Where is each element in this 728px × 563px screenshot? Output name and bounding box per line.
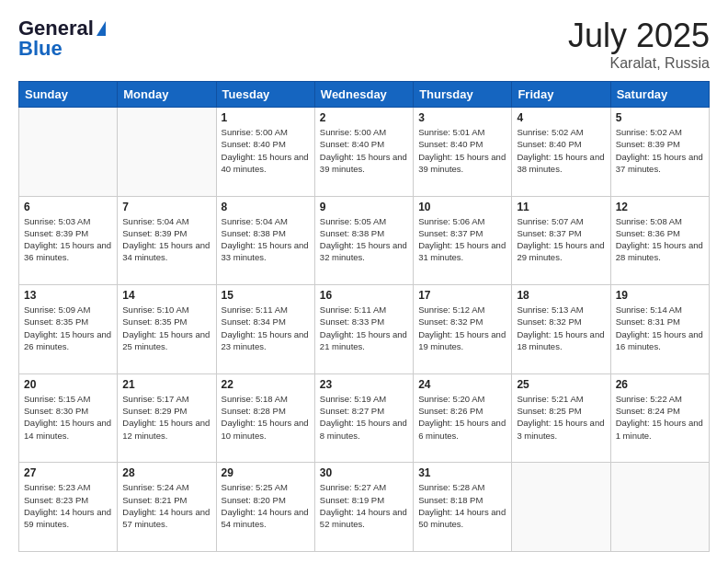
day-number: 7 — [122, 201, 210, 213]
day-number: 6 — [24, 201, 112, 213]
day-info: Sunrise: 5:00 AMSunset: 8:40 PMDaylight:… — [222, 126, 310, 175]
calendar-week-2: 13Sunrise: 5:09 AMSunset: 8:35 PMDayligh… — [19, 285, 710, 374]
day-info: Sunrise: 5:11 AMSunset: 8:34 PMDaylight:… — [222, 304, 310, 352]
day-number: 25 — [517, 378, 605, 391]
day-info: Sunrise: 5:05 AMSunset: 8:38 PMDaylight:… — [320, 215, 408, 264]
day-number: 19 — [616, 289, 704, 302]
day-number: 10 — [418, 201, 506, 213]
calendar-cell: 28Sunrise: 5:24 AMSunset: 8:21 PMDayligh… — [118, 463, 216, 552]
day-info: Sunrise: 5:04 AMSunset: 8:38 PMDaylight:… — [222, 215, 310, 264]
day-header-saturday: Saturday — [610, 82, 709, 108]
logo-blue: Blue — [18, 37, 63, 61]
day-info: Sunrise: 5:04 AMSunset: 8:39 PMDaylight:… — [122, 215, 210, 264]
calendar-week-4: 27Sunrise: 5:23 AMSunset: 8:23 PMDayligh… — [19, 463, 710, 552]
calendar-week-0: 1Sunrise: 5:00 AMSunset: 8:40 PMDaylight… — [19, 108, 710, 197]
calendar-cell: 19Sunrise: 5:14 AMSunset: 8:31 PMDayligh… — [610, 285, 709, 374]
calendar-cell: 16Sunrise: 5:11 AMSunset: 8:33 PMDayligh… — [314, 285, 413, 374]
day-number: 8 — [222, 201, 310, 213]
title-area: July 2025 Karalat, Russia — [568, 17, 710, 72]
day-info: Sunrise: 5:22 AMSunset: 8:24 PMDaylight:… — [616, 393, 704, 442]
day-info: Sunrise: 5:19 AMSunset: 8:27 PMDaylight:… — [320, 393, 408, 442]
day-info: Sunrise: 5:06 AMSunset: 8:37 PMDaylight:… — [418, 215, 506, 264]
day-info: Sunrise: 5:21 AMSunset: 8:25 PMDaylight:… — [517, 393, 605, 442]
calendar-week-1: 6Sunrise: 5:03 AMSunset: 8:39 PMDaylight… — [19, 196, 710, 285]
day-number: 23 — [320, 378, 408, 391]
day-number: 13 — [24, 289, 112, 302]
logo-triangle — [97, 21, 106, 36]
day-info: Sunrise: 5:08 AMSunset: 8:36 PMDaylight:… — [616, 215, 704, 264]
calendar-week-3: 20Sunrise: 5:15 AMSunset: 8:30 PMDayligh… — [19, 373, 710, 463]
calendar-cell: 15Sunrise: 5:11 AMSunset: 8:34 PMDayligh… — [216, 285, 314, 374]
calendar-cell: 13Sunrise: 5:09 AMSunset: 8:35 PMDayligh… — [19, 285, 118, 374]
day-number: 24 — [418, 378, 506, 391]
calendar-cell — [610, 463, 709, 552]
day-number: 2 — [320, 111, 408, 124]
day-number: 31 — [418, 466, 506, 479]
day-number: 29 — [222, 466, 310, 479]
calendar-cell: 26Sunrise: 5:22 AMSunset: 8:24 PMDayligh… — [610, 373, 709, 463]
day-number: 18 — [517, 289, 605, 302]
day-number: 27 — [24, 466, 112, 479]
day-info: Sunrise: 5:17 AMSunset: 8:29 PMDaylight:… — [122, 393, 210, 442]
day-number: 22 — [222, 378, 310, 391]
day-number: 1 — [222, 111, 310, 124]
day-info: Sunrise: 5:20 AMSunset: 8:26 PMDaylight:… — [418, 393, 506, 442]
calendar-cell: 17Sunrise: 5:12 AMSunset: 8:32 PMDayligh… — [414, 285, 512, 374]
calendar-cell: 29Sunrise: 5:25 AMSunset: 8:20 PMDayligh… — [216, 463, 314, 552]
calendar-cell: 3Sunrise: 5:01 AMSunset: 8:40 PMDaylight… — [414, 108, 512, 197]
day-header-thursday: Thursday — [414, 82, 512, 108]
month-title: July 2025 — [568, 17, 710, 55]
calendar-cell: 7Sunrise: 5:04 AMSunset: 8:39 PMDaylight… — [118, 196, 216, 285]
day-number: 12 — [616, 201, 704, 213]
day-info: Sunrise: 5:09 AMSunset: 8:35 PMDaylight:… — [24, 304, 112, 352]
day-number: 5 — [616, 111, 704, 124]
day-number: 9 — [320, 201, 408, 213]
day-info: Sunrise: 5:11 AMSunset: 8:33 PMDaylight:… — [320, 304, 408, 352]
calendar-cell: 24Sunrise: 5:20 AMSunset: 8:26 PMDayligh… — [414, 373, 512, 463]
calendar-cell: 5Sunrise: 5:02 AMSunset: 8:39 PMDaylight… — [610, 108, 709, 197]
calendar-cell: 6Sunrise: 5:03 AMSunset: 8:39 PMDaylight… — [19, 196, 118, 285]
day-info: Sunrise: 5:02 AMSunset: 8:39 PMDaylight:… — [616, 126, 704, 175]
day-number: 4 — [517, 111, 605, 124]
header: General Blue July 2025 Karalat, Russia — [18, 17, 710, 72]
logo: General Blue — [18, 17, 106, 61]
day-info: Sunrise: 5:23 AMSunset: 8:23 PMDaylight:… — [24, 481, 112, 530]
day-number: 28 — [122, 466, 210, 479]
calendar-header-row: SundayMondayTuesdayWednesdayThursdayFrid… — [19, 82, 710, 108]
day-info: Sunrise: 5:24 AMSunset: 8:21 PMDaylight:… — [122, 481, 210, 530]
calendar-cell: 30Sunrise: 5:27 AMSunset: 8:19 PMDayligh… — [314, 463, 413, 552]
day-number: 16 — [320, 289, 408, 302]
day-info: Sunrise: 5:14 AMSunset: 8:31 PMDaylight:… — [616, 304, 704, 352]
day-info: Sunrise: 5:10 AMSunset: 8:35 PMDaylight:… — [122, 304, 210, 352]
calendar-cell: 21Sunrise: 5:17 AMSunset: 8:29 PMDayligh… — [118, 373, 216, 463]
day-info: Sunrise: 5:13 AMSunset: 8:32 PMDaylight:… — [517, 304, 605, 352]
day-number: 20 — [24, 378, 112, 391]
day-info: Sunrise: 5:03 AMSunset: 8:39 PMDaylight:… — [24, 215, 112, 264]
day-info: Sunrise: 5:02 AMSunset: 8:40 PMDaylight:… — [517, 126, 605, 175]
calendar-cell: 31Sunrise: 5:28 AMSunset: 8:18 PMDayligh… — [414, 463, 512, 552]
day-number: 14 — [122, 289, 210, 302]
day-info: Sunrise: 5:28 AMSunset: 8:18 PMDaylight:… — [418, 481, 506, 530]
calendar-cell: 4Sunrise: 5:02 AMSunset: 8:40 PMDaylight… — [512, 108, 610, 197]
calendar-cell — [118, 108, 216, 197]
calendar-cell: 1Sunrise: 5:00 AMSunset: 8:40 PMDaylight… — [216, 108, 314, 197]
calendar-cell: 12Sunrise: 5:08 AMSunset: 8:36 PMDayligh… — [610, 196, 709, 285]
day-info: Sunrise: 5:15 AMSunset: 8:30 PMDaylight:… — [24, 393, 112, 442]
calendar: SundayMondayTuesdayWednesdayThursdayFrid… — [18, 81, 710, 552]
day-header-tuesday: Tuesday — [216, 82, 314, 108]
day-number: 15 — [222, 289, 310, 302]
day-number: 30 — [320, 466, 408, 479]
day-number: 21 — [122, 378, 210, 391]
day-info: Sunrise: 5:27 AMSunset: 8:19 PMDaylight:… — [320, 481, 408, 530]
calendar-cell: 14Sunrise: 5:10 AMSunset: 8:35 PMDayligh… — [118, 285, 216, 374]
calendar-cell: 8Sunrise: 5:04 AMSunset: 8:38 PMDaylight… — [216, 196, 314, 285]
calendar-cell: 10Sunrise: 5:06 AMSunset: 8:37 PMDayligh… — [414, 196, 512, 285]
calendar-cell: 22Sunrise: 5:18 AMSunset: 8:28 PMDayligh… — [216, 373, 314, 463]
day-number: 17 — [418, 289, 506, 302]
calendar-cell — [512, 463, 610, 552]
calendar-cell: 27Sunrise: 5:23 AMSunset: 8:23 PMDayligh… — [19, 463, 118, 552]
calendar-cell: 25Sunrise: 5:21 AMSunset: 8:25 PMDayligh… — [512, 373, 610, 463]
calendar-cell: 20Sunrise: 5:15 AMSunset: 8:30 PMDayligh… — [19, 373, 118, 463]
location-title: Karalat, Russia — [568, 55, 710, 72]
day-header-sunday: Sunday — [19, 82, 118, 108]
